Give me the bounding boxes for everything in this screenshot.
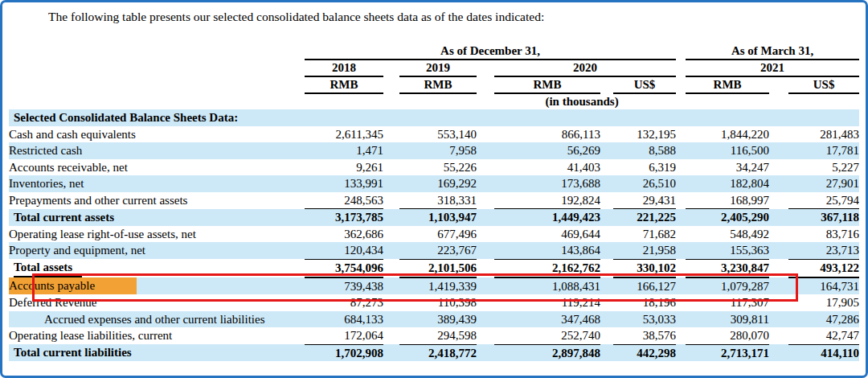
column-gap (477, 259, 494, 277)
column-gap (477, 126, 494, 143)
row-label: Accrued expenses and other current liabi… (9, 311, 305, 328)
column-gap (383, 311, 399, 328)
column-gap (676, 294, 686, 311)
cell-rmb2020: 347,468 (494, 311, 600, 328)
cell-usd2020: 166,127 (613, 277, 676, 295)
column-gap (383, 242, 399, 259)
column-gap (769, 192, 788, 209)
column-gap (383, 327, 399, 344)
cell-usd2020: 18,196 (613, 294, 676, 311)
header-year-2019: 2019 (399, 60, 477, 76)
cell-usd2021: 25,794 (788, 192, 859, 209)
column-gap (676, 327, 686, 344)
cell-rmb2021: 117,307 (686, 294, 769, 311)
column-gap (676, 311, 686, 328)
table-row: Operating lease right-of-use assets, net… (9, 226, 859, 243)
cell-rmb2018: 120,434 (305, 242, 383, 259)
header-usd-2020: US$ (613, 76, 676, 93)
cell-rmb2021: 309,811 (686, 311, 769, 328)
cell-rmb2019: 318,331 (399, 192, 477, 209)
column-gap (676, 209, 686, 226)
cell-rmb2020: 252,740 (494, 327, 600, 344)
header-rmb-2020: RMB (494, 76, 600, 93)
cell-usd2020: 330,102 (613, 259, 676, 277)
row-label: Accounts receivable, net (9, 159, 305, 176)
unit-note: (in thousands) (305, 93, 859, 109)
header-year-2021: 2021 (686, 60, 859, 76)
row-label: Total current assets (9, 209, 305, 226)
header-rmb-2018: RMB (305, 76, 383, 93)
column-gap (600, 294, 613, 311)
cell-usd2021: 5,227 (788, 159, 859, 176)
column-gap (383, 259, 399, 277)
column-gap (600, 142, 613, 159)
column-gap (383, 126, 399, 143)
header-rmb-2019: RMB (399, 76, 477, 93)
cell-usd2021: 17,905 (788, 294, 859, 311)
header-rmb-2021: RMB (686, 76, 769, 93)
cell-usd2020: 442,298 (613, 344, 676, 361)
column-gap (600, 311, 613, 328)
column-gap (769, 175, 788, 192)
table-row: Prepayments and other current assets248,… (9, 192, 859, 209)
column-gap (477, 175, 494, 192)
cell-rmb2018: 9,261 (305, 159, 383, 176)
cell-rmb2021: 3,230,847 (686, 259, 769, 277)
column-gap (676, 142, 686, 159)
table-row: Total current assets3,173,7851,103,9471,… (9, 209, 859, 226)
cell-usd2020: 71,682 (613, 226, 676, 243)
cell-usd2021: 493,122 (788, 259, 859, 277)
cell-rmb2020: 192,824 (494, 192, 600, 209)
header-usd-2021: US$ (788, 76, 859, 93)
row-label: Inventories, net (9, 175, 305, 192)
cell-rmb2019: 294,598 (399, 327, 477, 344)
column-gap (600, 327, 613, 344)
header-year-2018: 2018 (305, 60, 383, 76)
column-gap (477, 242, 494, 259)
cell-rmb2020: 469,644 (494, 226, 600, 243)
header-year-2020: 2020 (494, 60, 676, 76)
column-gap (676, 242, 686, 259)
column-gap (676, 175, 686, 192)
cell-rmb2021: 1,079,287 (686, 277, 769, 295)
column-gap (383, 159, 399, 176)
cell-rmb2018: 1,471 (305, 142, 383, 159)
column-gap (383, 344, 399, 361)
column-gap (600, 242, 613, 259)
cell-rmb2019: 553,140 (399, 126, 477, 143)
row-label: Property and equipment, net (9, 242, 305, 259)
cell-rmb2019: 110,398 (399, 294, 477, 311)
cell-usd2021: 164,731 (788, 277, 859, 295)
cell-rmb2018: 133,991 (305, 175, 383, 192)
column-gap (477, 209, 494, 226)
document-page: The following table presents our selecte… (0, 0, 868, 378)
table-body: Selected Consolidated Balance Sheets Dat… (9, 109, 859, 361)
table-row: Total assets3,754,0962,101,5062,162,7623… (9, 259, 859, 277)
column-gap (600, 259, 613, 277)
column-gap (477, 344, 494, 361)
column-gap (600, 277, 613, 295)
cell-rmb2020: 866,113 (494, 126, 600, 143)
table-row: Property and equipment, net120,434223,76… (9, 242, 859, 259)
highlight-accounts-payable: Accounts payable (9, 277, 137, 294)
column-gap (769, 209, 788, 226)
column-gap (676, 126, 686, 143)
header-spacer (9, 43, 305, 60)
cell-rmb2020: 2,897,848 (494, 344, 600, 361)
cell-usd2020: 53,033 (613, 311, 676, 328)
row-label: Operating lease liabilities, current (9, 327, 305, 344)
cell-rmb2019: 7,958 (399, 142, 477, 159)
column-gap (769, 259, 788, 277)
column-gap (600, 226, 613, 243)
column-gap (383, 192, 399, 209)
intro-text: The following table presents our selecte… (27, 9, 846, 25)
cell-rmb2019: 55,226 (399, 159, 477, 176)
cell-rmb2020: 173,688 (494, 175, 600, 192)
table-row: Accounts receivable, net9,26155,22641,40… (9, 159, 859, 176)
cell-usd2021: 27,901 (788, 175, 859, 192)
cell-usd2020: 8,588 (613, 142, 676, 159)
cell-usd2020: 6,319 (613, 159, 676, 176)
cell-usd2020: 38,576 (613, 327, 676, 344)
cell-rmb2018: 1,702,908 (305, 344, 383, 361)
cell-rmb2018: 248,563 (305, 192, 383, 209)
